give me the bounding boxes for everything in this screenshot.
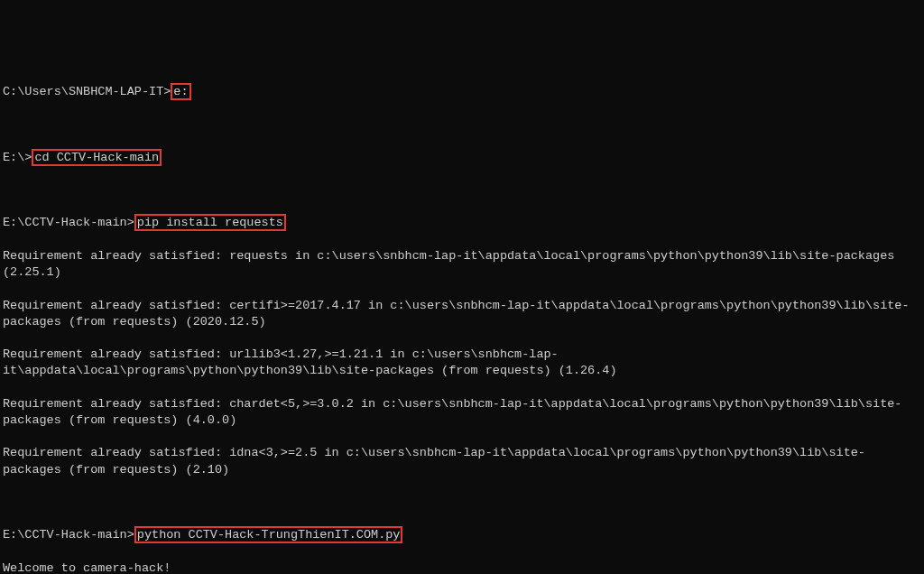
blank-line (3, 495, 921, 511)
prompt-path: E:\CCTV-Hack-main> (3, 216, 134, 229)
prompt-line-2: E:\>cd CCTV-Hack-main (3, 150, 921, 166)
blank-line (3, 182, 921, 199)
terminal-output[interactable]: C:\Users\SNBHCM-LAP-IT>e: E:\>cd CCTV-Ha… (3, 68, 921, 574)
prompt-path: E:\> (3, 151, 32, 164)
prompt-path: C:\Users\SNBHCM-LAP-IT> (3, 85, 171, 98)
highlighted-command-4: python CCTV-Hack-TrungThienIT.COM.py (134, 526, 403, 543)
prompt-path: E:\CCTV-Hack-main> (3, 528, 134, 542)
highlighted-command-3: pip install requests (134, 214, 286, 231)
highlighted-command-2: cd CCTV-Hack-main (32, 149, 162, 166)
script-welcome: Welcome to camera-hack! (3, 560, 921, 574)
pip-output-line: Requirement already satisfied: certifi>=… (3, 298, 921, 330)
blank-line (3, 117, 921, 134)
pip-output-line: Requirement already satisfied: urllib3<1… (3, 347, 921, 379)
prompt-line-1: C:\Users\SNBHCM-LAP-IT>e: (3, 84, 921, 100)
pip-output-line: Requirement already satisfied: requests … (3, 248, 921, 281)
prompt-line-3: E:\CCTV-Hack-main>pip install requests (3, 215, 921, 231)
pip-output-line: Requirement already satisfied: idna<3,>=… (3, 445, 921, 477)
pip-output-line: Requirement already satisfied: chardet<5… (3, 396, 921, 429)
prompt-line-4: E:\CCTV-Hack-main>python CCTV-Hack-Trung… (3, 527, 921, 543)
highlighted-command-1: e: (171, 83, 190, 100)
